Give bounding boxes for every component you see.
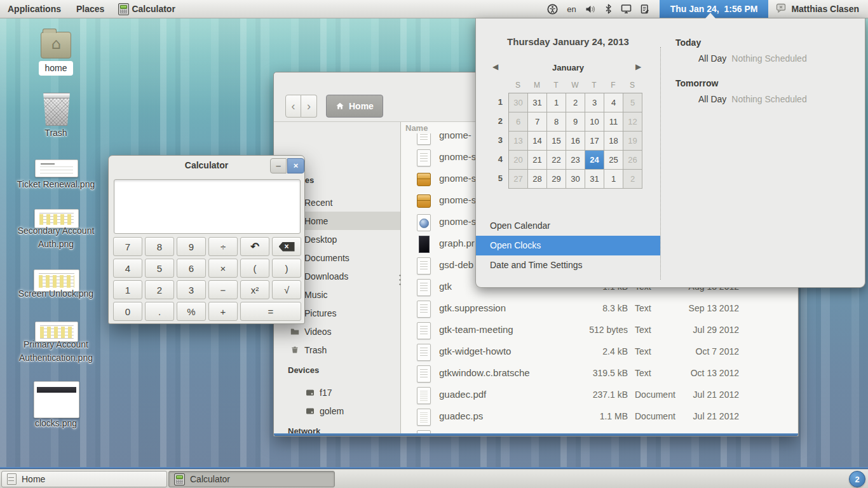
- calc-key-5[interactable]: 5: [145, 259, 174, 278]
- file-row[interactable]: guadec-meeting860 bytesTextAug 3 2012: [401, 428, 797, 433]
- calc-key-2[interactable]: 2: [145, 280, 174, 299]
- calendar-day-cell[interactable]: 16: [566, 132, 585, 151]
- calendar-day-cell[interactable]: 2: [566, 93, 585, 112]
- menu-item-date-and-time-settings[interactable]: Date and Time Settings: [476, 255, 660, 275]
- calendar-day-cell[interactable]: 14: [528, 132, 547, 151]
- calendar-day-cell[interactable]: 17: [585, 132, 604, 151]
- calculator-display[interactable]: [114, 179, 301, 234]
- user-menu[interactable]: Matthias Clasen: [768, 3, 868, 15]
- app-indicator[interactable]: Calculator: [112, 3, 181, 15]
- calc-key-decimal[interactable]: .: [145, 302, 174, 321]
- calendar-day-cell[interactable]: 29: [547, 170, 566, 189]
- file-row[interactable]: gtk-team-meeting512 bytesTextJul 29 2012: [401, 320, 797, 341]
- calendar-day-cell[interactable]: 12: [623, 112, 642, 132]
- text-file-icon: [417, 322, 431, 339]
- calc-key-9[interactable]: 9: [177, 237, 206, 256]
- calendar-day-cell[interactable]: 8: [547, 112, 566, 132]
- location-button[interactable]: Home: [326, 95, 383, 118]
- calc-key-subtract[interactable]: −: [208, 280, 238, 299]
- back-button[interactable]: ‹: [285, 95, 301, 118]
- pane-separator[interactable]: [400, 122, 401, 433]
- calendar-day-cell[interactable]: 27: [509, 170, 528, 189]
- calc-key-6[interactable]: 6: [177, 259, 206, 278]
- calendar-day-cell[interactable]: 30: [566, 170, 585, 189]
- applications-menu[interactable]: Applications: [0, 0, 69, 18]
- close-button[interactable]: ×: [287, 158, 304, 173]
- calc-key-sqrt[interactable]: √: [272, 280, 301, 299]
- calendar-day-cell[interactable]: 19: [623, 132, 642, 151]
- accessibility-icon[interactable]: [547, 4, 558, 15]
- text-file-icon: [417, 365, 431, 383]
- calc-key-backspace[interactable]: ×: [272, 237, 301, 256]
- file-row[interactable]: gtk.suppression8.3 kBTextSep 13 2012: [401, 298, 797, 320]
- places-menu[interactable]: Places: [69, 0, 112, 18]
- calc-key-open-paren[interactable]: (: [240, 259, 269, 278]
- display-icon[interactable]: [621, 4, 632, 14]
- minimize-button[interactable]: ‒: [270, 158, 287, 173]
- calendar-day-cell[interactable]: 2: [623, 170, 642, 189]
- workspace-indicator[interactable]: 2: [849, 471, 865, 487]
- bluetooth-icon[interactable]: [605, 4, 612, 14]
- calendar-day-cell[interactable]: 28: [528, 170, 547, 189]
- calendar-day-cell[interactable]: 5: [623, 93, 642, 112]
- calc-key-undo[interactable]: ↶: [240, 237, 269, 256]
- calc-key-close-paren[interactable]: ): [272, 259, 301, 278]
- calc-key-7[interactable]: 7: [113, 237, 142, 256]
- calendar-day-cell[interactable]: 21: [528, 151, 547, 170]
- file-row[interactable]: gtkwindow.c.bratsche319.5 kBTextOct 13 2…: [401, 363, 797, 384]
- calc-key-4[interactable]: 4: [113, 259, 142, 278]
- calc-key-add[interactable]: +: [208, 302, 238, 321]
- calc-key-3[interactable]: 3: [177, 280, 206, 299]
- calendar-day-cell[interactable]: 10: [585, 112, 604, 132]
- calendar-day-cell[interactable]: 15: [547, 132, 566, 151]
- sidebar-item-f17[interactable]: f17: [274, 383, 400, 402]
- calc-key-equals[interactable]: =: [240, 302, 301, 321]
- taskbar-window-home[interactable]: Home: [1, 471, 167, 487]
- calendar-day-cell[interactable]: 6: [509, 112, 528, 132]
- calendar-day-cell[interactable]: 22: [547, 151, 566, 170]
- file-row[interactable]: guadec.ps1.1 MBDocumentJul 21 2012: [401, 406, 797, 428]
- calc-key-1[interactable]: 1: [113, 280, 142, 299]
- calendar-day-cell[interactable]: 25: [604, 151, 623, 170]
- next-month-button[interactable]: ▶: [635, 62, 641, 71]
- calendar-day-cell[interactable]: 24: [585, 151, 604, 170]
- keyboard-layout-indicator[interactable]: en: [567, 4, 576, 14]
- menu-item-open-clocks[interactable]: Open Clocks: [476, 236, 660, 255]
- calendar-popup: Thursday January 24, 2013 ◀ January ▶ SM…: [475, 18, 865, 288]
- calendar-day-cell[interactable]: 31: [528, 93, 547, 112]
- column-header-name[interactable]: Name: [405, 123, 428, 133]
- taskbar-window-calculator[interactable]: Calculator: [168, 471, 335, 487]
- package-icon: [417, 173, 431, 186]
- menu-item-open-calendar[interactable]: Open Calendar: [476, 216, 660, 236]
- calendar-day-cell[interactable]: 4: [604, 93, 623, 112]
- calendar-day-cell[interactable]: 26: [623, 151, 642, 170]
- calendar-day-cell[interactable]: 1: [547, 93, 566, 112]
- calc-key-percent[interactable]: %: [177, 302, 206, 321]
- calc-key-multiply[interactable]: ×: [208, 259, 238, 278]
- calendar-day-cell[interactable]: 13: [509, 132, 528, 151]
- calendar-day-cell[interactable]: 11: [604, 112, 623, 132]
- file-name: gnome-s: [439, 216, 476, 227]
- calendar-day-cell[interactable]: 20: [509, 151, 528, 170]
- calendar-day-cell[interactable]: 9: [566, 112, 585, 132]
- input-method-icon[interactable]: [641, 4, 649, 15]
- calc-key-square[interactable]: x²: [240, 280, 269, 299]
- calc-key-divide[interactable]: ÷: [208, 237, 238, 256]
- calendar-day-cell[interactable]: 30: [509, 93, 528, 112]
- calendar-day-cell[interactable]: 31: [585, 170, 604, 189]
- calendar-day-cell[interactable]: 18: [604, 132, 623, 151]
- sidebar-item-golem[interactable]: golem: [274, 402, 400, 420]
- event-tomorrow: TomorrowAll DayNothing Scheduled: [675, 78, 807, 105]
- forward-button[interactable]: ›: [301, 95, 317, 118]
- sidebar-item-videos[interactable]: Videos: [274, 322, 400, 341]
- calendar-day-cell[interactable]: 1: [604, 170, 623, 189]
- calc-key-8[interactable]: 8: [145, 237, 174, 256]
- calc-key-0[interactable]: 0: [113, 302, 142, 321]
- calendar-day-cell[interactable]: 7: [528, 112, 547, 132]
- calendar-day-cell[interactable]: 3: [585, 93, 604, 112]
- volume-icon[interactable]: [585, 4, 596, 14]
- file-row[interactable]: guadec.pdf237.1 kBDocumentJul 21 2012: [401, 384, 797, 406]
- sidebar-item-trash[interactable]: Trash: [274, 341, 400, 359]
- calendar-day-cell[interactable]: 23: [566, 151, 585, 170]
- file-row[interactable]: gtk-widget-howto2.4 kBTextOct 7 2012: [401, 341, 797, 363]
